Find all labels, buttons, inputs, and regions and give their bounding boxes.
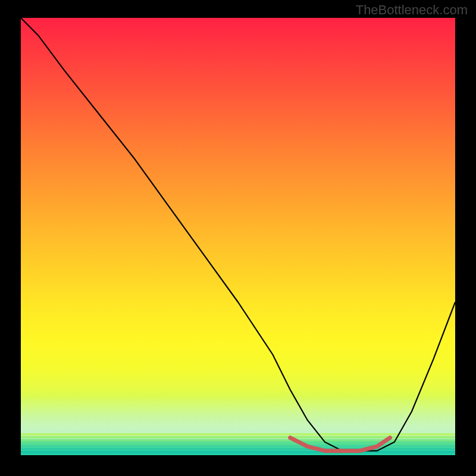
watermark-text: TheBottleneck.com [356, 2, 468, 18]
curve-svg [21, 18, 455, 455]
bottleneck-curve [21, 18, 455, 451]
plot-area [21, 18, 455, 455]
optimal-zone-marker [290, 438, 390, 451]
chart-container: TheBottleneck.com [0, 0, 476, 476]
